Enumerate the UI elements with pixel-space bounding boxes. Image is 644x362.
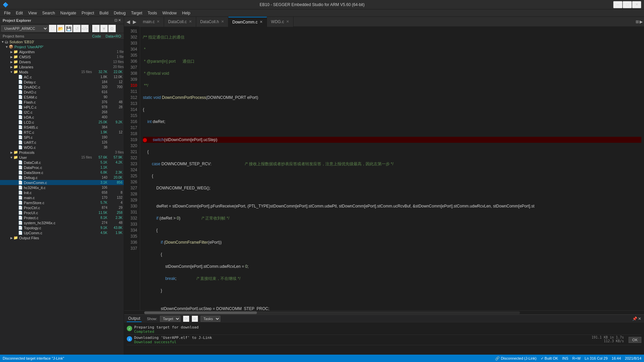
col-header-code[interactable]: Code bbox=[82, 34, 102, 39]
tree-file-wdg-mods[interactable]: ▶ 📄 WDG.c 38 bbox=[0, 145, 124, 150]
toolbar-btn5[interactable]: </> bbox=[81, 25, 89, 32]
toolbar-btn6[interactable]: ⎘ bbox=[92, 25, 100, 32]
tree-file-hplc[interactable]: ▶ 📄 HPLC.c 97828 bbox=[0, 105, 124, 110]
tree-file-dataproc[interactable]: ▶📄 DataProc.c1.1K bbox=[0, 165, 124, 170]
tab-list-button[interactable]: ⊞ bbox=[636, 19, 639, 24]
panel-resize-btn[interactable]: ⊡ bbox=[114, 18, 117, 22]
tree-file-datastore[interactable]: ▶📄 DataStore.c6.8K2.3K bbox=[0, 170, 124, 175]
tree-file-spi[interactable]: ▶ 📄 SPI.c 190 bbox=[0, 135, 124, 140]
horizontal-scrollbar[interactable] bbox=[124, 310, 644, 314]
tab-right-buttons: ⊞ ▶ bbox=[636, 19, 644, 24]
tree-file-irda[interactable]: ▶ 📄 IrDA.c 400 bbox=[0, 115, 124, 120]
tree-file-delay[interactable]: ▶ 📄 Delay.c 18412 bbox=[0, 79, 124, 84]
output-pin-button[interactable]: 📌 bbox=[632, 316, 637, 321]
minimize-button[interactable]: ─ bbox=[613, 1, 623, 8]
maximize-button[interactable]: □ bbox=[623, 1, 632, 8]
tab-close-datacoll-h[interactable]: ✕ bbox=[221, 19, 224, 24]
window-controls[interactable]: ─ □ ✕ bbox=[613, 1, 641, 8]
menu-search[interactable]: Search bbox=[40, 10, 58, 16]
tree-file-debug[interactable]: ▶📄 Debug.c14020.0K bbox=[0, 175, 124, 180]
toolbar-btn3[interactable]: 💾 bbox=[65, 25, 72, 32]
code-content[interactable]: /** 指定通信口上的通信 * * @param[in] port 通信口 * … bbox=[140, 27, 644, 310]
tree-file-parmstore[interactable]: ▶📄 ParmStore.c5.7K4 bbox=[0, 200, 124, 205]
output-btn2[interactable]: ⊘ bbox=[192, 316, 198, 322]
tree-file-hc32[interactable]: ▶📄 hc32f46x_it.c106 bbox=[0, 185, 124, 190]
menu-file[interactable]: File bbox=[1, 10, 13, 16]
tree-file-topology[interactable]: ▶📄 Topology.c9.1K43.8K bbox=[0, 225, 124, 230]
output-tab-label[interactable]: Output bbox=[127, 315, 142, 322]
output-tasks-dropdown[interactable]: Tasks bbox=[201, 316, 220, 322]
tree-file-main[interactable]: ▶📄 main.c170132 bbox=[0, 195, 124, 200]
output-content: ✓ Preparing target for download Complete… bbox=[124, 323, 644, 355]
tab-downcomm-c[interactable]: DownComm.c ✕ bbox=[228, 17, 267, 27]
tab-close-datacoll-c[interactable]: ✕ bbox=[189, 19, 192, 24]
menu-edit[interactable]: Edit bbox=[13, 10, 25, 16]
tab-datacoll-h[interactable]: DataColl.h ✕ bbox=[196, 17, 228, 27]
tab-forward-button[interactable]: ▶ bbox=[132, 19, 138, 24]
tree-file-drvadc[interactable]: ▶ 📄 DrvADC.c 320700 bbox=[0, 84, 124, 89]
tree-folder-protocols[interactable]: ▶ 📁 Protocols 3 files bbox=[0, 150, 124, 155]
toolbar-btn1[interactable]: □ bbox=[49, 25, 56, 32]
tree-file-i2c[interactable]: ▶ 📄 I2C.c 268 bbox=[0, 110, 124, 115]
tree-file-downcomm[interactable]: ▶📄 DownComm.c3.1K856 bbox=[0, 180, 124, 185]
tree-folder-user[interactable]: ▼ 📁 User 15 files 57.6K 57.9K bbox=[0, 155, 124, 160]
tree-file-init[interactable]: ▶📄 Init.c6588 bbox=[0, 190, 124, 195]
output-close-button[interactable]: ✕ bbox=[638, 316, 641, 321]
toolbar-btn4[interactable]: ↺ bbox=[73, 25, 80, 32]
tree-file-lcd[interactable]: ▶ 📄 LCD.c 25.0K9.2K bbox=[0, 120, 124, 125]
toolbar-btn2[interactable]: 📂 bbox=[57, 25, 64, 32]
tree-file-datacoll[interactable]: ▶📄 DataColl.c5.1K4.2K bbox=[0, 160, 124, 165]
menu-window[interactable]: Window bbox=[160, 10, 179, 16]
tree-file-procctrl[interactable]: ▶📄 ProcCtrl.c87429 bbox=[0, 205, 124, 210]
tree-file-system[interactable]: ▶📄 system_hc32f46x.c27448 bbox=[0, 220, 124, 225]
tree-folder-output[interactable]: ▶ 📁 Output Files bbox=[0, 235, 124, 240]
menu-build[interactable]: Build bbox=[97, 10, 111, 16]
tree-folder-drivers[interactable]: ▶ 📁 Drivers 13 files bbox=[0, 59, 124, 64]
tree-file-drvio[interactable]: ▶ 📄 DrvIO.c 616 bbox=[0, 89, 124, 95]
tree-file-esam[interactable]: ▶ 📄 ESAM.c 90 bbox=[0, 95, 124, 100]
close-button[interactable]: ✕ bbox=[632, 1, 641, 8]
tree-file-flash[interactable]: ▶ 📄 Flash.c 37648 bbox=[0, 100, 124, 105]
tree-file-protect[interactable]: ▶📄 Protect.c8.1K2.3K bbox=[0, 215, 124, 220]
menu-view[interactable]: View bbox=[25, 10, 40, 16]
tab-close-downcomm[interactable]: ✕ bbox=[260, 20, 263, 24]
tree-folder-cmsis[interactable]: ▶ 📁 CMSIS 1 file bbox=[0, 54, 124, 59]
menu-help[interactable]: Help bbox=[179, 10, 193, 16]
tree-file-rs485[interactable]: ▶ 📄 RS485.c 384 bbox=[0, 125, 124, 130]
tree-folder-libraries[interactable]: ▶ 📁 Libraries 20 files bbox=[0, 64, 124, 69]
tab-close-main[interactable]: ✕ bbox=[157, 19, 160, 24]
output-show-dropdown[interactable]: Target bbox=[160, 316, 180, 322]
tab-main-c[interactable]: main.c ✕ bbox=[139, 17, 164, 27]
tree-solution[interactable]: ▼ 🗂 Solution 'EB10' bbox=[0, 40, 124, 44]
toolbar-btn8[interactable]: ⚙ bbox=[108, 25, 116, 32]
panel-controls: ⊡ ✕ bbox=[114, 18, 121, 22]
output-ok-button[interactable]: OK bbox=[629, 337, 641, 343]
tab-arrow-right[interactable]: ▶ bbox=[640, 19, 643, 24]
output-sub-prepare: Completed bbox=[134, 329, 641, 334]
menu-navigate[interactable]: Navigate bbox=[58, 10, 79, 16]
output-btn1[interactable]: ⟳ bbox=[183, 316, 189, 322]
tree-file-procui[interactable]: ▶📄 ProcUI.c11.5K258 bbox=[0, 210, 124, 215]
project-config-dropdown[interactable]: UserAPP_ARMCC bbox=[1, 25, 48, 32]
col-header-dataro[interactable]: Data+RO bbox=[102, 34, 122, 39]
editor-area[interactable]: 301302303304305 306307308309 310 3113123… bbox=[124, 27, 644, 314]
tab-datacoll-c[interactable]: DataColl.c ✕ bbox=[164, 17, 196, 27]
project-tree[interactable]: ▼ 🗂 Solution 'EB10' ▼ 📦 Project 'UserAPP… bbox=[0, 40, 124, 355]
output-icon-prepare: ✓ bbox=[127, 326, 132, 331]
tree-folder-algorithm[interactable]: ▶ 📁 Algorithm 1 file bbox=[0, 49, 124, 54]
tree-file-rtc[interactable]: ▶ 📄 RTC.c 1.9K12 bbox=[0, 130, 124, 135]
tree-file-ac[interactable]: ▶ 📄 AC.c 1.8K12.0K bbox=[0, 74, 124, 79]
tree-folder-mods[interactable]: ▼ 📁 Mods 15 files 32.7K 22.0K bbox=[0, 69, 124, 74]
menu-project[interactable]: Project bbox=[79, 10, 97, 16]
toolbar-btn7[interactable]: ▼ bbox=[100, 25, 108, 32]
menu-debug[interactable]: Debug bbox=[111, 10, 128, 16]
tab-close-wdg[interactable]: ✕ bbox=[286, 19, 289, 24]
panel-close-btn[interactable]: ✕ bbox=[118, 18, 121, 22]
tab-wdg-c[interactable]: WDG.c ✕ bbox=[267, 17, 293, 27]
tree-file-upcomm[interactable]: ▶📄 UpComm.c4.5K1.9K bbox=[0, 230, 124, 235]
tab-back-button[interactable]: ◀ bbox=[125, 19, 131, 24]
menu-target[interactable]: Target bbox=[128, 10, 145, 16]
menu-tools[interactable]: Tools bbox=[145, 10, 160, 16]
tree-project[interactable]: ▼ 📦 Project 'UserAPP' bbox=[0, 44, 124, 49]
tree-file-uart[interactable]: ▶ 📄 UART.c 126 bbox=[0, 140, 124, 145]
